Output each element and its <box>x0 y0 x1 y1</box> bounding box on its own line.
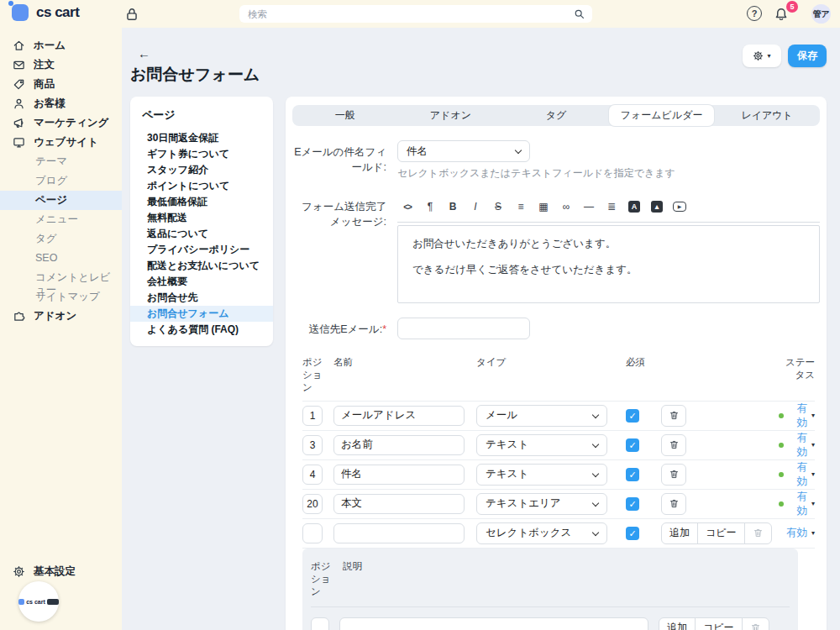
sidebar-item-website[interactable]: ウェブサイト <box>0 133 122 152</box>
sidebar-item-customers[interactable]: お客様 <box>0 94 122 113</box>
page-settings-gear-button[interactable]: ▾ <box>743 45 781 67</box>
required-checkbox[interactable]: ✓ <box>626 409 639 423</box>
variant-description-input[interactable] <box>339 617 648 630</box>
sidebar-item-addons[interactable]: アドオン <box>0 307 122 326</box>
type-select[interactable]: テキスト <box>476 434 607 456</box>
user-avatar[interactable]: 管ア <box>811 4 831 24</box>
list-icon[interactable]: ≡ <box>511 197 531 217</box>
delete-field-button[interactable] <box>661 464 686 486</box>
topbar: cs cart ? 5 管ア <box>0 0 840 28</box>
page-list-item[interactable]: ポイントについて <box>130 178 273 194</box>
sidebar-sub-item[interactable]: サイトマップ <box>0 287 122 307</box>
copy-field-button[interactable]: コピー <box>697 522 745 544</box>
tab[interactable]: フォームビルダー <box>609 105 715 126</box>
table-icon[interactable]: ▦ <box>533 197 554 217</box>
email-subject-field-select[interactable]: 件名 <box>397 140 530 162</box>
position-input[interactable] <box>302 406 323 426</box>
link-icon[interactable]: ∞ <box>556 197 576 217</box>
page-list-item[interactable]: プライバシーポリシー <box>130 242 273 258</box>
variant-delete-button[interactable] <box>742 617 769 630</box>
variant-copy-button[interactable]: コピー <box>695 617 743 630</box>
sidebar-sub-item[interactable]: ページ <box>0 191 122 210</box>
delete-field-button[interactable] <box>661 434 686 456</box>
customers-icon <box>13 97 25 110</box>
cs-cart-logo[interactable]: cs cart <box>12 4 79 21</box>
tab[interactable]: アドオン <box>398 105 504 126</box>
back-arrow-icon[interactable]: ← <box>138 46 150 60</box>
name-input[interactable] <box>333 465 465 485</box>
cs-cart-footer-badge[interactable]: cs cart <box>18 581 59 622</box>
bold-icon[interactable]: B <box>443 197 463 217</box>
sidebar-sub-item[interactable]: コメントとレビュー <box>0 268 122 287</box>
page-list-item[interactable]: スタッフ紹介 <box>130 162 273 178</box>
paragraph-icon[interactable]: ¶ <box>420 197 440 217</box>
delete-field-button[interactable] <box>661 493 686 515</box>
wysiwyg-editor[interactable]: お問合せいただきありがとうございます。 できるだけ早くご返答をさせていただきます… <box>397 225 820 303</box>
type-select[interactable]: メール <box>476 405 607 427</box>
type-select[interactable]: テキストエリア <box>476 493 607 515</box>
status-dropdown[interactable]: 有効 ▾ <box>779 460 815 489</box>
sidebar-sub-item[interactable]: テーマ <box>0 152 122 171</box>
italic-icon[interactable]: I <box>465 197 486 217</box>
sidebar-item-home[interactable]: ホーム <box>0 36 122 55</box>
code-icon[interactable]: <> <box>397 197 417 217</box>
page-list-item[interactable]: 配送とお支払いについて <box>130 258 273 274</box>
sidebar-sub-item[interactable]: タグ <box>0 229 122 249</box>
position-input[interactable] <box>302 494 323 514</box>
status-dropdown[interactable]: 有効 ▾ <box>779 526 815 540</box>
sidebar-item-marketing[interactable]: マーケティング <box>0 113 122 133</box>
status-dropdown[interactable]: 有効 ▾ <box>779 490 815 518</box>
video-icon[interactable]: ▶ <box>669 197 690 217</box>
position-input[interactable] <box>302 465 323 485</box>
delete-field-button[interactable] <box>744 522 772 544</box>
page-list-item[interactable]: ギフト券について <box>130 146 273 162</box>
position-input[interactable] <box>302 435 323 455</box>
recipient-email-input[interactable] <box>397 318 530 339</box>
sidebar-sub-item[interactable]: SEO <box>0 249 122 268</box>
sidebar-sub-item[interactable]: メニュー <box>0 210 122 229</box>
page-list-item[interactable]: お問合せフォーム <box>130 306 273 322</box>
page-list-item[interactable]: 30日間返金保証 <box>130 130 273 146</box>
variant-add-button[interactable]: 追加 <box>659 617 696 630</box>
align-icon[interactable]: ≣ <box>601 197 622 217</box>
footer-logo-icon <box>18 599 24 605</box>
required-checkbox[interactable]: ✓ <box>626 527 639 540</box>
type-select[interactable]: セレクトボックス <box>476 522 607 544</box>
font-color-icon[interactable]: A <box>624 197 644 217</box>
strikethrough-icon[interactable]: S <box>488 197 508 217</box>
chevron-down-icon: ▾ <box>811 500 815 507</box>
save-button[interactable]: 保存 <box>788 45 827 67</box>
sidebar-item-products[interactable]: 商品 <box>0 75 122 94</box>
variant-position-input[interactable] <box>311 617 329 630</box>
tab[interactable]: 一般 <box>292 105 398 126</box>
page-list-item[interactable]: 返品について <box>130 226 273 242</box>
page-list-item[interactable]: お問合せ先 <box>130 290 273 306</box>
type-select[interactable]: テキスト <box>476 464 607 486</box>
position-input[interactable] <box>302 523 323 543</box>
tab[interactable]: レイアウト <box>714 105 820 126</box>
tab[interactable]: タグ <box>503 105 609 126</box>
image-icon[interactable]: ▴ <box>647 197 667 217</box>
status-dropdown[interactable]: 有効 ▾ <box>779 402 815 430</box>
name-input[interactable] <box>333 406 465 426</box>
sidebar-item-orders[interactable]: 注文 <box>0 55 122 75</box>
status-dropdown[interactable]: 有効 ▾ <box>779 431 815 459</box>
required-checkbox[interactable]: ✓ <box>626 468 639 481</box>
name-input[interactable] <box>333 494 465 514</box>
add-field-button[interactable]: 追加 <box>661 522 698 544</box>
sidebar-item-settings[interactable]: 基本設定 <box>0 562 122 581</box>
page-list-item[interactable]: よくある質問 (FAQ) <box>130 322 273 338</box>
delete-field-button[interactable] <box>661 405 686 427</box>
required-checkbox[interactable]: ✓ <box>626 438 639 452</box>
storefront-lock-icon[interactable] <box>124 6 141 23</box>
name-input[interactable] <box>333 523 465 543</box>
page-list-item[interactable]: 無料配送 <box>130 210 273 226</box>
name-input[interactable] <box>333 435 465 455</box>
horizontal-rule-icon[interactable]: — <box>579 197 599 217</box>
sidebar-sub-item[interactable]: ブログ <box>0 171 122 191</box>
help-icon[interactable]: ? <box>747 6 762 21</box>
page-list-item[interactable]: 最低価格保証 <box>130 194 273 210</box>
page-list-item[interactable]: 会社概要 <box>130 274 273 290</box>
search-input[interactable] <box>239 5 592 23</box>
required-checkbox[interactable]: ✓ <box>626 497 639 511</box>
